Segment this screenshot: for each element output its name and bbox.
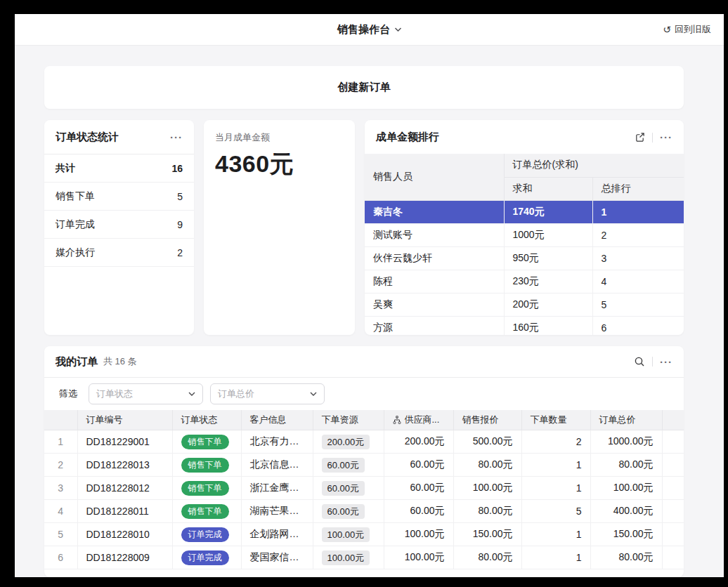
cell-status: 订单完成 bbox=[172, 546, 241, 569]
col-header-status: 订单状态 bbox=[172, 410, 241, 430]
open-in-new-icon[interactable] bbox=[635, 132, 645, 143]
cell-qty: 2 bbox=[521, 430, 590, 454]
topbar: 销售操作台 ↺ 回到旧版 bbox=[15, 14, 724, 46]
divider bbox=[652, 133, 653, 143]
resource-pill: 60.00元 bbox=[322, 504, 365, 519]
cell-status: 订单完成 bbox=[172, 523, 241, 546]
cell-order-no: DD181228012 bbox=[77, 477, 172, 500]
status-label: 订单完成 bbox=[56, 218, 95, 231]
rank-position: 2 bbox=[592, 223, 684, 246]
status-badge: 订单完成 bbox=[181, 527, 229, 542]
rank-row[interactable]: 秦吉冬 1740元 1 bbox=[365, 200, 684, 223]
select-placeholder: 订单状态 bbox=[96, 388, 133, 400]
cell-resource: 60.00元 bbox=[313, 454, 384, 477]
orders-table: 订单编号 订单状态 客户信息 下单资源 供应商... 销售报价 bbox=[44, 410, 684, 569]
main-content: 创建新订单 订单状态统计 ··· 共计 16 销售下单 bbox=[15, 46, 724, 577]
cell-extra bbox=[662, 477, 684, 500]
cell-extra bbox=[662, 454, 684, 477]
col-header-total: 订单总价 bbox=[590, 410, 662, 430]
cell-total: 400.00元 bbox=[590, 500, 662, 523]
rank-position: 3 bbox=[592, 246, 684, 270]
ranking-card-title: 成单金额排行 bbox=[376, 131, 439, 144]
back-to-old-version-button[interactable]: ↺ 回到旧版 bbox=[663, 23, 711, 36]
cell-quote: 80.00元 bbox=[453, 546, 521, 569]
cell-quote: 500.00元 bbox=[453, 430, 521, 454]
filter-order-total-select[interactable]: 订单总价 bbox=[210, 383, 325, 404]
row-index: 3 bbox=[44, 477, 77, 500]
col-header-resource: 下单资源 bbox=[313, 410, 384, 430]
row-index: 5 bbox=[44, 523, 77, 546]
cell-total: 1000.00元 bbox=[590, 430, 662, 454]
col-header-index bbox=[44, 410, 77, 430]
rank-row[interactable]: 方源 160元 6 bbox=[365, 316, 684, 335]
cell-total: 150.00元 bbox=[590, 523, 662, 546]
status-list: 共计 16 销售下单 5 订单完成 9 媒介执行 bbox=[44, 154, 194, 267]
status-row[interactable]: 订单完成 9 bbox=[44, 211, 194, 239]
orders-card-title: 我的订单 bbox=[56, 355, 98, 369]
ranking-card: 成单金额排行 ··· 销售人员 bbox=[365, 120, 684, 335]
order-row[interactable]: 5 DD181228010 订单完成 企划路网络... 100.00元 100.… bbox=[44, 523, 684, 546]
status-label: 共计 bbox=[56, 162, 75, 175]
cell-qty: 5 bbox=[521, 500, 590, 523]
cell-status: 销售下单 bbox=[172, 500, 241, 523]
app-window: 销售操作台 ↺ 回到旧版 创建新订单 订单状态统计 ··· bbox=[15, 14, 724, 577]
ranking-table: 销售人员 订单总价(求和) 求和 总排行 秦吉冬 1740元 bbox=[365, 154, 684, 335]
order-row[interactable]: 4 DD181228011 销售下单 湖南芒果娱... 60.00元 60.00… bbox=[44, 500, 684, 523]
rank-row[interactable]: 陈程 230元 4 bbox=[365, 270, 684, 293]
cell-resource: 200.00元 bbox=[313, 430, 384, 454]
workspace-title-dropdown[interactable]: 销售操作台 bbox=[337, 23, 401, 37]
cell-customer: 北京有力量... bbox=[241, 430, 313, 454]
filter-order-status-select[interactable]: 订单状态 bbox=[89, 383, 203, 404]
rank-sum: 1000元 bbox=[504, 223, 592, 246]
rank-sum: 1740元 bbox=[504, 200, 592, 223]
filter-label: 筛选 bbox=[59, 388, 77, 400]
orders-card-actions: ··· bbox=[634, 356, 672, 367]
dashboard-cards-row: 订单状态统计 ··· 共计 16 销售下单 5 订单完成 bbox=[44, 120, 684, 335]
create-order-button[interactable]: 创建新订单 bbox=[44, 66, 684, 109]
rank-name: 方源 bbox=[365, 316, 504, 335]
order-row[interactable]: 6 DD181228009 订单完成 爱国家信息... 100.00元 100.… bbox=[44, 546, 684, 569]
cell-total: 80.00元 bbox=[590, 546, 662, 569]
rank-position: 1 bbox=[592, 200, 684, 223]
search-icon[interactable] bbox=[634, 356, 645, 367]
select-placeholder: 订单总价 bbox=[218, 388, 254, 400]
cell-quote: 150.00元 bbox=[453, 523, 521, 546]
cell-extra bbox=[662, 430, 684, 454]
cell-order-no: DD181228010 bbox=[77, 523, 172, 546]
chevron-down-icon bbox=[310, 392, 317, 396]
cell-resource: 60.00元 bbox=[313, 477, 384, 500]
cell-supplier: 60.00元 bbox=[384, 500, 453, 523]
create-order-label: 创建新订单 bbox=[338, 81, 391, 94]
more-icon[interactable]: ··· bbox=[170, 132, 183, 143]
my-orders-card: 我的订单 共 16 条 ··· 筛选 订单状态 bbox=[44, 346, 684, 577]
col-header-extra bbox=[662, 410, 684, 430]
cell-quote: 80.00元 bbox=[453, 454, 521, 477]
ranking-card-actions: ··· bbox=[635, 132, 672, 143]
more-icon[interactable]: ··· bbox=[660, 357, 672, 367]
rank-row[interactable]: 吴爽 200元 5 bbox=[365, 293, 684, 316]
rank-name: 秦吉冬 bbox=[365, 200, 504, 223]
rank-sum: 160元 bbox=[504, 316, 592, 335]
status-row-total[interactable]: 共计 16 bbox=[44, 154, 194, 183]
rank-position: 4 bbox=[592, 270, 684, 293]
orders-header-row: 订单编号 订单状态 客户信息 下单资源 供应商... 销售报价 bbox=[44, 410, 684, 430]
more-icon[interactable]: ··· bbox=[660, 132, 672, 143]
rank-row[interactable]: 伙伴云魏少轩 950元 3 bbox=[365, 246, 684, 270]
resource-pill: 60.00元 bbox=[322, 458, 365, 473]
cell-quote: 100.00元 bbox=[453, 477, 521, 500]
rank-name: 伙伴云魏少轩 bbox=[365, 246, 504, 270]
order-row[interactable]: 3 DD181228012 销售下单 浙江金鹰卡... 60.00元 60.00… bbox=[44, 477, 684, 500]
col-header-rank: 总排行 bbox=[592, 177, 684, 200]
cell-extra bbox=[662, 523, 684, 546]
status-badge: 销售下单 bbox=[181, 504, 229, 519]
resource-pill: 200.00元 bbox=[322, 435, 370, 449]
rank-row[interactable]: 测试账号 1000元 2 bbox=[365, 223, 684, 246]
status-row[interactable]: 销售下单 5 bbox=[44, 183, 194, 211]
status-value: 16 bbox=[171, 163, 183, 174]
order-row[interactable]: 2 DD181228013 销售下单 北京信息大... 60.00元 60.00… bbox=[44, 454, 684, 477]
rank-name: 测试账号 bbox=[365, 223, 504, 246]
order-row[interactable]: 1 DD181229001 销售下单 北京有力量... 200.00元 200.… bbox=[44, 430, 684, 454]
filter-row: 筛选 订单状态 订单总价 bbox=[44, 378, 684, 410]
status-row[interactable]: 媒介执行 2 bbox=[44, 239, 194, 267]
cell-supplier: 60.00元 bbox=[384, 454, 453, 477]
